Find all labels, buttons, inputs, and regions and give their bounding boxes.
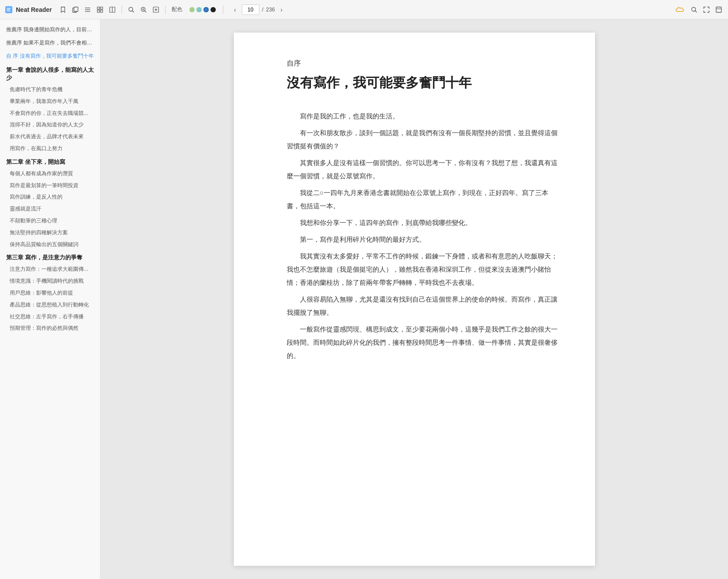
svg-line-18 <box>144 11 146 12</box>
sidebar-item-preface1[interactable]: 推薦序 我身邊開始寫作的人，目前沒... <box>0 23 100 36</box>
page-subtitle: 自序 <box>287 59 560 68</box>
sidebar-chapter-3[interactable]: 第三章 寫作，是注意力的爭奪 <box>0 250 100 263</box>
sidebar-sub-3-4[interactable]: 產品思維：從思想植入到行動轉化 <box>0 299 100 311</box>
svg-rect-2 <box>7 9 10 10</box>
brand-area: Neat Reader <box>4 5 52 14</box>
color-dot-teal[interactable] <box>196 7 202 12</box>
paragraph-4: 我從二○一四年九月來香港念書就開始在公眾號上寫作，到現在，正好四年。寫了三本書，… <box>287 186 560 213</box>
sidebar-item-label: 推薦序 我身邊開始寫作的人，目前沒... <box>6 26 96 33</box>
sidebar-chapter-1[interactable]: 第一章 會說的人很多，能寫的人太少 <box>0 63 100 84</box>
layout-icon[interactable] <box>107 5 117 15</box>
paragraph-5: 我想和你分享一下，這四年的寫作，到底帶給我哪些變化。 <box>287 216 560 229</box>
total-pages: 236 <box>266 7 275 13</box>
sidebar-sub-1-4[interactable]: 混得不好，因為知道你的人太少 <box>0 119 100 131</box>
page-body: 寫作是我的工作，也是我的生活。 有一次和朋友散步，談到一個話題，就是我們有沒有一… <box>287 110 560 362</box>
sidebar-sub-2-1[interactable]: 每個人都有成為作家的潛質 <box>0 168 100 180</box>
page-nav: ‹ / 236 › <box>230 4 286 15</box>
color-dot-blue[interactable] <box>203 7 209 12</box>
cloud-icon[interactable] <box>674 5 687 15</box>
page-separator: / <box>262 7 263 13</box>
page-title: 沒有寫作，我可能要多奮鬥十年 <box>287 74 560 92</box>
color-dot-black[interactable] <box>211 7 216 12</box>
separator-3 <box>223 5 223 14</box>
app-name: Neat Reader <box>16 6 52 13</box>
main-layout: 推薦序 我身邊開始寫作的人，目前沒... 推薦序 如果不是寫作，我們不會相遇..… <box>0 19 728 579</box>
sidebar-sub-2-4[interactable]: 靈感就是流汗 <box>0 203 100 215</box>
toolbar-right <box>674 5 724 15</box>
paragraph-9: 一般寫作從靈感閃現、構思到成文，至少要花兩個小時，這幾乎是我們工作之餘的很大一段… <box>287 323 560 362</box>
sidebar-sub-2-3[interactable]: 寫作訓練，是反人性的 <box>0 191 100 203</box>
window-icon[interactable] <box>714 5 724 15</box>
add-text-icon[interactable] <box>151 5 161 15</box>
svg-rect-3 <box>7 11 11 11</box>
color-label: 配色 <box>172 6 182 13</box>
paragraph-6: 第一，寫作是利用碎片化時間的最好方式。 <box>287 233 560 246</box>
sidebar-chapter-label: 第一章 會說的人很多，能寫的人太少 <box>6 66 94 81</box>
svg-point-24 <box>692 7 696 11</box>
color-dot-green[interactable] <box>189 7 195 12</box>
menu-icon[interactable] <box>83 5 92 15</box>
sidebar-sub-1-3[interactable]: 不會寫作的你，正在失去職場競... <box>0 107 100 119</box>
grid-icon[interactable] <box>95 5 105 15</box>
sidebar-item-active-preface[interactable]: 自 序 沒有寫作，我可能要多奮鬥十年 <box>0 49 100 63</box>
app-logo-icon <box>4 5 13 14</box>
copy-icon[interactable] <box>70 5 80 15</box>
sidebar-sub-3-5[interactable]: 社交思維：左手寫作，右手傳播 <box>0 311 100 323</box>
sidebar: 推薦序 我身邊開始寫作的人，目前沒... 推薦序 如果不是寫作，我們不會相遇..… <box>0 19 100 579</box>
sidebar-sub-1-2[interactable]: 畢業兩年，我靠寫作年入千萬 <box>0 96 100 107</box>
sidebar-sub-3-3[interactable]: 用戶思維：影響他人的前提 <box>0 287 100 299</box>
watermark-container: 我想和你分享一下，這四年的寫作，到底帶給我哪些變化。 mryona. c <box>287 216 560 229</box>
svg-rect-9 <box>97 7 100 9</box>
svg-line-25 <box>695 11 697 12</box>
sidebar-sub-3-1[interactable]: 注意力寫作：一種追求大範圍傳... <box>0 263 100 275</box>
separator-1 <box>122 5 122 14</box>
paragraph-2: 有一次和朋友散步，談到一個話題，就是我們有沒有一個長期堅持的習慣，並且覺得這個習… <box>287 126 560 153</box>
sidebar-chapter-2[interactable]: 第二章 坐下來，開始寫 <box>0 155 100 168</box>
sidebar-sub-2-5[interactable]: 不顛動筆的三種心理 <box>0 215 100 227</box>
bookmark-icon[interactable] <box>58 5 68 15</box>
sidebar-item-label: 自 序 沒有寫作，我可能要多奮鬥十年 <box>6 53 94 59</box>
sidebar-item-label: 推薦序 如果不是寫作，我們不會相遇... <box>6 40 96 46</box>
svg-rect-11 <box>97 10 100 12</box>
toolbar: Neat Reader 配色 ‹ / 236 › <box>0 0 728 19</box>
content-area: 自序 沒有寫作，我可能要多奮鬥十年 寫作是我的工作，也是我的生活。 有一次和朋友… <box>100 19 728 579</box>
sidebar-sub-1-6[interactable]: 用寫作，在風口上努力 <box>0 143 100 155</box>
sidebar-sub-2-2[interactable]: 寫作是最划算的一筆時間投資 <box>0 180 100 192</box>
prev-page-button[interactable]: ‹ <box>230 5 240 15</box>
sidebar-sub-1-1[interactable]: 焦慮時代下的青年危機 <box>0 84 100 96</box>
svg-rect-12 <box>100 10 103 12</box>
paragraph-7: 我其實沒有太多愛好，平常不工作的時候，鍛鍊一下身體，或者和有意思的人吃飯聊天；我… <box>287 250 560 289</box>
sidebar-sub-3-6[interactable]: 預期管理：寫作的必然與偶然 <box>0 322 100 334</box>
search-toolbar-icon[interactable] <box>689 5 699 15</box>
svg-rect-26 <box>716 7 721 12</box>
svg-line-16 <box>132 11 134 12</box>
svg-point-15 <box>129 7 133 11</box>
search-small-icon[interactable] <box>126 5 136 15</box>
paragraph-3: 其實很多人是沒有這樣一個習慣的。你可以思考一下，你有沒有？我想了想，我還真有這麼… <box>287 156 560 183</box>
page-number-input[interactable] <box>242 4 259 15</box>
sidebar-chapter-label: 第三章 寫作，是注意力的爭奪 <box>6 254 82 261</box>
sidebar-item-preface2[interactable]: 推薦序 如果不是寫作，我們不會相遇... <box>0 36 100 49</box>
fullscreen-icon[interactable] <box>702 5 711 15</box>
color-dots-group <box>189 7 216 12</box>
svg-rect-10 <box>100 7 103 9</box>
separator-2 <box>165 5 166 14</box>
svg-rect-5 <box>74 7 78 11</box>
sidebar-sub-2-7[interactable]: 保持高品質輸出的五個關鍵詞 <box>0 239 100 251</box>
page: 自序 沒有寫作，我可能要多奮鬥十年 寫作是我的工作，也是我的生活。 有一次和朋友… <box>234 33 595 566</box>
search-big-icon[interactable] <box>139 5 148 15</box>
sidebar-sub-3-2[interactable]: 情境意識：手機閱讀時代的挑戰 <box>0 275 100 287</box>
sidebar-chapter-label: 第二章 坐下來，開始寫 <box>6 159 65 165</box>
paragraph-8: 人很容易陷入無聊，尤其是還沒有找到自己在這個世界上的使命的時候。而寫作，真正讓我… <box>287 293 560 319</box>
sidebar-sub-2-6[interactable]: 無法堅持的四種解決方案 <box>0 227 100 239</box>
sidebar-sub-1-5[interactable]: 薪水代表過去，品牌才代表未來 <box>0 131 100 143</box>
paragraph-1: 寫作是我的工作，也是我的生活。 <box>287 110 560 123</box>
next-page-button[interactable]: › <box>277 5 286 15</box>
svg-rect-1 <box>7 8 11 9</box>
